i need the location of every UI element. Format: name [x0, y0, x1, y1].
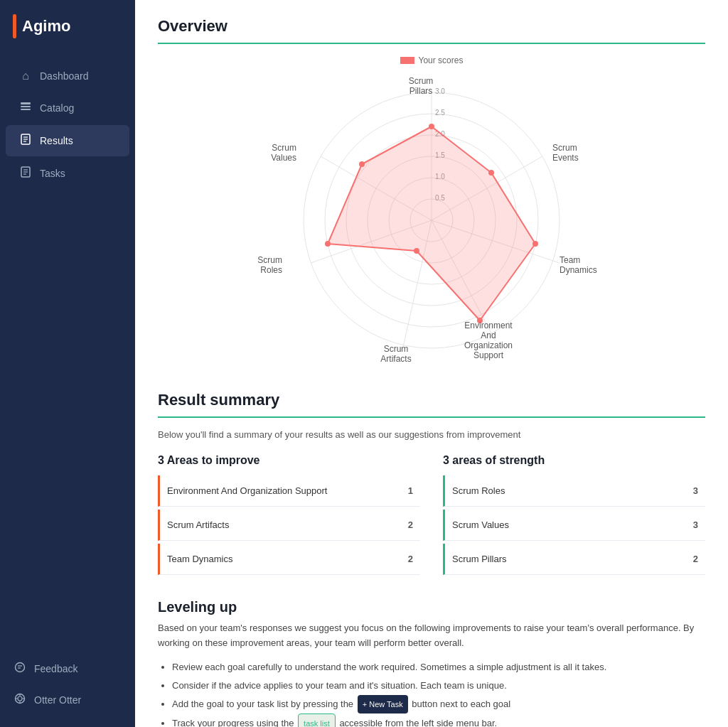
svg-text:Roles: Roles: [260, 265, 282, 275]
improve-item-3-score: 2: [408, 554, 413, 564]
improve-title: 3 Areas to improve: [158, 454, 420, 467]
sidebar-item-catalog[interactable]: Catalog: [6, 92, 129, 124]
sidebar-item-dashboard[interactable]: ⌂ Dashboard: [6, 61, 129, 91]
result-summary-title: Result summary: [158, 391, 705, 418]
radar-chart-container: 3.0 2.5 2.0 1.5 1.0 0.5: [158, 71, 705, 370]
svg-text:Scrum: Scrum: [384, 344, 409, 354]
svg-marker-39: [328, 126, 535, 321]
svg-text:Dynamics: Dynamics: [560, 265, 597, 275]
feedback-label: Feedback: [34, 663, 77, 674]
sidebar-item-results-label: Results: [40, 135, 73, 146]
radar-chart: 3.0 2.5 2.0 1.5 1.0 0.5: [247, 71, 616, 370]
svg-point-44: [414, 248, 419, 254]
svg-text:Scrum: Scrum: [257, 255, 282, 265]
sidebar-item-tasks-label: Tasks: [40, 168, 65, 179]
svg-point-11: [16, 663, 25, 672]
improve-item-2-score: 2: [408, 519, 413, 530]
improve-item-1: Environment And Organization Support 1: [158, 475, 420, 507]
improve-item-1-label: Environment And Organization Support: [167, 485, 327, 496]
main-content: Overview Your scores: [135, 0, 728, 727]
sidebar-nav: ⌂ Dashboard Catalog Results Tasks: [0, 53, 135, 642]
otter-otter-label: Otter Otter: [34, 694, 81, 706]
svg-text:Pillars: Pillars: [410, 86, 433, 96]
strength-item-3: Scrum Pillars 2: [443, 544, 705, 575]
logo-area: Agimo: [0, 0, 135, 53]
improve-column: 3 Areas to improve Environment And Organ…: [158, 454, 420, 578]
dashboard-icon: ⌂: [18, 70, 33, 82]
legend-label: Your scores: [419, 55, 464, 65]
feedback-icon: [13, 662, 27, 676]
svg-text:Scrum: Scrum: [272, 143, 296, 153]
svg-point-42: [532, 241, 538, 247]
sidebar-item-catalog-label: Catalog: [40, 102, 74, 114]
svg-text:2.5: 2.5: [435, 109, 445, 117]
svg-text:Support: Support: [473, 350, 504, 360]
svg-text:Environment: Environment: [464, 321, 513, 330]
sidebar: Agimo ⌂ Dashboard Catalog Results Tasks: [0, 0, 135, 727]
strength-item-1: Scrum Roles 3: [443, 475, 705, 507]
new-task-badge[interactable]: + New Task: [358, 695, 408, 713]
strength-item-1-label: Scrum Roles: [452, 485, 505, 496]
legend-color-box: [400, 57, 414, 64]
strength-title: 3 areas of strength: [443, 454, 705, 467]
logo-text: Agimo: [22, 17, 70, 36]
improve-item-1-score: 1: [408, 485, 413, 496]
strength-item-1-score: 3: [693, 485, 698, 496]
radar-legend: Your scores: [158, 55, 705, 65]
result-columns: 3 Areas to improve Environment And Organ…: [158, 454, 705, 578]
improve-item-3: Team Dynamics 2: [158, 544, 420, 575]
svg-rect-0: [21, 102, 31, 104]
sidebar-item-otter-otter[interactable]: Otter Otter: [0, 684, 135, 716]
tasks-icon: [18, 166, 33, 181]
svg-text:Scrum: Scrum: [409, 76, 434, 86]
improve-item-2-label: Scrum Artifacts: [167, 519, 229, 530]
svg-text:Events: Events: [552, 153, 579, 163]
leveling-up-title: Leveling up: [158, 599, 705, 615]
svg-point-46: [359, 161, 365, 167]
svg-point-40: [429, 124, 434, 129]
svg-text:Team: Team: [560, 255, 580, 265]
sidebar-item-results[interactable]: Results: [6, 125, 129, 156]
improve-item-2: Scrum Artifacts 2: [158, 510, 420, 541]
sidebar-item-dashboard-label: Dashboard: [40, 70, 89, 82]
result-summary-section: Result summary Below you'll find a summa…: [158, 391, 705, 578]
results-icon: [18, 134, 33, 148]
leveling-up-intro: Based on your team's responses we sugges…: [158, 621, 705, 651]
otter-otter-icon: [13, 693, 27, 707]
catalog-icon: [18, 101, 33, 115]
svg-point-41: [488, 170, 494, 176]
leveling-up-section: Leveling up Based on your team's respons…: [158, 599, 705, 727]
sidebar-bottom: Feedback Otter Otter: [0, 642, 135, 727]
strength-item-3-score: 2: [693, 554, 698, 564]
leveling-tip-1: Review each goal carefully to understand…: [172, 658, 705, 677]
svg-rect-2: [21, 109, 31, 110]
svg-text:Artifacts: Artifacts: [380, 354, 411, 364]
strength-item-3-label: Scrum Pillars: [452, 554, 507, 564]
sidebar-item-feedback[interactable]: Feedback: [0, 653, 135, 684]
svg-text:And: And: [481, 330, 496, 340]
svg-rect-1: [21, 106, 31, 107]
leveling-up-list: Review each goal carefully to understand…: [158, 658, 705, 727]
strength-item-2-label: Scrum Values: [452, 519, 509, 530]
improve-item-3-label: Team Dynamics: [167, 554, 232, 564]
svg-text:Values: Values: [271, 153, 296, 163]
svg-point-15: [18, 696, 22, 701]
strength-item-2-score: 3: [693, 519, 698, 530]
strength-column: 3 areas of strength Scrum Roles 3 Scrum …: [443, 454, 705, 578]
svg-text:Scrum: Scrum: [552, 143, 577, 153]
svg-point-45: [325, 241, 331, 247]
task-list-badge[interactable]: task list: [298, 713, 336, 727]
svg-text:3.0: 3.0: [435, 87, 445, 95]
svg-text:Organization: Organization: [464, 340, 513, 350]
sidebar-item-tasks[interactable]: Tasks: [6, 158, 129, 189]
strength-item-2: Scrum Values 3: [443, 510, 705, 541]
overview-title: Overview: [158, 17, 705, 44]
result-summary-subtitle: Below you'll find a summary of your resu…: [158, 429, 705, 440]
leveling-tip-2: Consider if the advice applies to your t…: [172, 677, 705, 695]
leveling-tip-3: Add the goal to your task list by pressi…: [172, 695, 705, 713]
logo-bar: [13, 14, 16, 38]
overview-section: Overview Your scores: [158, 17, 705, 370]
leveling-tip-4: Track your progress using the task list …: [172, 713, 705, 727]
